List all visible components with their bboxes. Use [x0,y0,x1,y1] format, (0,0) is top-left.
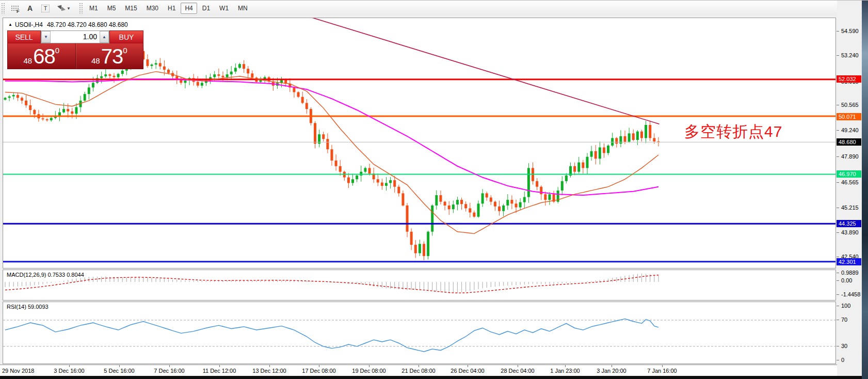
grid-f-icon-glyph: F [11,5,19,12]
time-tick-mark [565,365,566,367]
scale-tick-mark [837,346,839,346]
scale-tick-mark [837,208,839,208]
time-label: 29 Nov 2018 [2,368,34,374]
macd-canvas[interactable] [3,270,835,300]
rsi-scale-tick: 0 [841,357,844,363]
time-label: 17 Dec 08:00 [302,368,335,374]
time-label: 26 Dec 04:00 [451,368,484,374]
toolbar: F A T ▼ M1M5M15M30H1H4D1W1MN [0,1,862,17]
timeframe-button-H4[interactable]: H4 [181,3,197,14]
rsi-scale-tick: 70 [841,317,847,323]
time-label: 19 Dec 08:00 [352,368,385,374]
price-tick: 49.240 [841,127,859,133]
time-label: 5 Dec 16:00 [104,368,134,374]
sell-price[interactable]: 48 68 0 [8,43,76,69]
price-tick: 47.890 [841,153,859,160]
bid-ask-display: 48 68 0 48 73 0 [7,43,143,69]
macd-panel[interactable]: MACD(12,26,9) 0.7533 0.8044 [3,270,836,301]
text-label-icon-glyph: A [27,4,33,12]
main-chart-panel[interactable]: ▲USOil-,H448.720 48.720 48.680 48.680 SE… [3,18,836,269]
price-level-badge: 42.301 [837,258,861,265]
scale-tick-mark [837,360,839,360]
text-box-icon[interactable]: T [39,2,52,14]
grid-f-icon[interactable]: F [8,2,21,14]
timeframe-button-M5[interactable]: M5 [103,3,120,14]
ohlc-values: 48.720 48.720 48.680 48.680 [47,21,128,28]
timeframe-button-M15[interactable]: M15 [121,3,141,14]
price-tick: 53.240 [841,52,859,58]
buy-price[interactable]: 48 73 0 [76,43,143,69]
scale-tick-mark [837,257,839,257]
sell-button[interactable]: SELL [7,30,41,43]
timeframe-button-D1[interactable]: D1 [198,3,214,14]
price-tick-value: 43.890 [841,229,859,235]
rsi-scale-tick: 30 [841,343,847,349]
rsi-scale-tick: 100 [841,303,850,309]
price-tick-value: 46.565 [841,179,859,185]
rsi-scale-tick-value: 70 [841,317,847,323]
volume-decrease-button[interactable]: ▼ [41,31,51,43]
time-tick-mark [219,365,220,367]
price-tick: 46.565 [841,179,859,185]
timeframe-button-H1[interactable]: H1 [164,3,180,14]
symbol-title: ▲USOil-,H448.720 48.720 48.680 48.680 [8,21,128,28]
buy-button[interactable]: BUY [109,30,143,43]
scale-tick-mark [837,320,839,320]
rsi-scale-tick-value: 30 [841,343,847,349]
time-tick-mark [468,365,468,367]
symbol-name: USOil-,H4 [15,21,43,28]
scale-tick-mark [837,31,839,31]
sell-price-sup: 0 [55,46,59,55]
sell-price-prefix: 48 [23,56,32,65]
time-tick-mark [119,365,120,367]
rsi-label: RSI(14) 59.0093 [7,304,49,310]
price-tick: 43.890 [841,229,859,235]
price-scale[interactable]: 54.59053.24051.91550.56549.24047.89046.5… [837,1,862,360]
timeframe-button-MN[interactable]: MN [234,3,252,14]
price-tick: 50.565 [841,102,859,108]
volume-increase-button[interactable]: ▲ [100,31,109,43]
shapes-icon-glyph [57,4,66,12]
toolbar-grip-2[interactable] [79,3,83,14]
time-label: 13 Dec 12:00 [252,368,286,374]
macd-scale-tick-value: -1.4458 [841,291,860,297]
macd-scale-tick-value: 0.9889 [841,270,859,276]
time-axis[interactable]: 29 Nov 20183 Dec 16:005 Dec 16:007 Dec 1… [0,365,837,376]
scale-tick-mark [837,105,839,105]
timeframe-button-M1[interactable]: M1 [85,3,102,14]
timeframe-button-M30[interactable]: M30 [142,3,163,14]
buy-price-big: 73 [101,45,123,67]
macd-scale-tick: 0.9889 [841,270,859,276]
scale-tick-mark [837,232,839,233]
price-tick-value: 54.590 [841,28,859,34]
shapes-dropdown-icon[interactable]: ▼ [54,2,74,14]
scale-tick-mark [837,280,839,281]
timeframe-toolbar: M1M5M15M30H1H4D1W1MN [85,3,252,14]
price-tick-value: 47.890 [841,153,859,160]
time-label: 3 Dec 16:00 [54,368,84,374]
time-tick-mark [369,365,369,367]
macd-scale-tick: 0.00 [841,277,852,283]
toolbar-grip[interactable] [1,3,5,14]
rsi-scale-tick-value: 0 [841,357,844,363]
sell-price-big: 68 [33,45,55,67]
time-label: 21 Dec 08:00 [401,368,435,374]
scale-tick-mark [837,182,839,183]
scale-tick-mark [837,130,839,131]
trendline [312,18,660,124]
time-tick-mark [69,365,70,367]
time-label: 11 Dec 12:00 [203,368,236,374]
text-box-icon-glyph: T [41,5,50,12]
timeframe-button-W1[interactable]: W1 [215,3,233,14]
ma-slow-line [5,79,658,195]
one-click-trading-panel: SELL ▼ 1.00 ▲ BUY 48 68 0 48 [7,30,143,69]
volume-stepper: ▼ 1.00 ▲ [41,30,109,43]
price-level-badge: 52.032 [837,75,861,83]
time-tick-mark [662,365,663,367]
time-tick-mark [269,365,270,367]
rsi-canvas[interactable] [3,302,835,364]
chart-area: ▲USOil-,H448.720 48.720 48.680 48.680 SE… [0,16,868,379]
volume-input[interactable]: 1.00 [51,31,100,43]
text-label-icon[interactable]: A [23,2,37,14]
rsi-panel[interactable]: RSI(14) 59.0093 [3,302,836,364]
